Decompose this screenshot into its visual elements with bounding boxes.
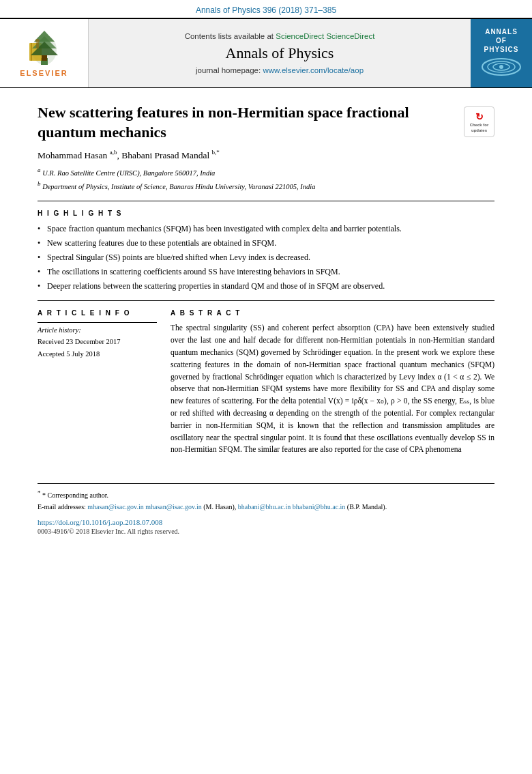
star-symbol: *: [38, 489, 41, 496]
journal-reference: Annals of Physics 396 (2018) 371–385: [0, 0, 532, 18]
svg-point-8: [35, 39, 40, 43]
affil-letter-b: b: [38, 180, 41, 187]
article-info-col: A R T I C L E I N F O Article history: R…: [38, 309, 157, 456]
affil-b: b Department of Physics, Institute of Sc…: [38, 179, 494, 192]
annals-badge: ANNALS OF PHYSICS: [478, 27, 524, 79]
svg-point-13: [499, 65, 503, 69]
sciencedirect-name[interactable]: ScienceDirect: [326, 32, 374, 40]
badge-wave-icon: [479, 57, 523, 77]
contents-text: Contents lists available at: [185, 32, 274, 40]
highlight-item: Space fraction quantum mechanics (SFQM) …: [38, 223, 494, 235]
homepage-text: journal homepage:: [196, 66, 261, 74]
author-super-a: a,b: [110, 149, 117, 156]
journal-header: ELSEVIER Contents lists available at Sci…: [0, 18, 532, 88]
email1-name: (M. Hasan),: [203, 503, 236, 511]
article-title-block: New scattering features in non-Hermitian…: [38, 103, 494, 142]
journal-ref-link[interactable]: Annals of Physics 396 (2018) 371–385: [196, 5, 336, 15]
affiliations: a U.R. Rao Satellite Centre (URSC), Bang…: [38, 165, 494, 193]
authors-line: Mohammad Hasan a,b, Bhabani Prasad Manda…: [38, 149, 494, 161]
contents-line: Contents lists available at ScienceDirec…: [185, 32, 375, 40]
doi-line: https://doi.org/10.1016/j.aop.2018.07.00…: [38, 518, 494, 526]
elsevier-wordmark: ELSEVIER: [20, 69, 68, 77]
affil-a: a U.R. Rao Satellite Centre (URSC), Bang…: [38, 165, 494, 179]
highlights-section: H I G H L I G H T S Space fraction quant…: [38, 210, 494, 292]
email2-text[interactable]: bhabani@bhu.ac.in: [293, 503, 346, 511]
history-dates: Received 23 December 2017 Accepted 5 Jul…: [38, 336, 157, 360]
copyright-line: 0003-4916/© 2018 Elsevier Inc. All right…: [38, 528, 494, 535]
email-label: E-mail addresses:: [38, 503, 86, 511]
abstract-col: A B S T R A C T The spectral singularity…: [171, 309, 494, 456]
doi-link[interactable]: https://doi.org/10.1016/j.aop.2018.07.00…: [38, 518, 162, 526]
svg-rect-3: [31, 43, 32, 61]
email-line: E-mail addresses: mhasan@isac.gov.in mha…: [38, 502, 494, 513]
journal-homepage: journal homepage: www.elsevier.com/locat…: [196, 66, 364, 74]
highlight-item: Spectral Singular (SS) points are blue/r…: [38, 251, 494, 263]
email2-name: (B.P. Mandal).: [347, 503, 387, 511]
footnote-area: * * Corresponding author. E-mail address…: [38, 483, 494, 534]
sciencedirect-link[interactable]: ScienceDirect: [276, 32, 324, 40]
received-date: Received 23 December 2017: [38, 336, 157, 348]
main-content: New scattering features in non-Hermitian…: [0, 103, 532, 535]
affil-letter-a: a: [38, 167, 41, 173]
divider-2: [38, 300, 494, 301]
annals-badge-section: ANNALS OF PHYSICS: [471, 19, 532, 87]
journal-info-center: Contents lists available at ScienceDirec…: [89, 19, 471, 87]
elsevier-tree-icon: [24, 29, 65, 67]
badge-physics: PHYSICS: [478, 45, 524, 54]
email1-link[interactable]: mhasan@isac.gov.in: [87, 503, 143, 511]
badge-of: OF: [478, 36, 524, 45]
check-updates-icon: ↻ Check for updates: [464, 111, 494, 134]
svg-rect-7: [42, 55, 47, 61]
article-title-text: New scattering features in non-Hermitian…: [38, 103, 464, 142]
article-history: Article history: Received 23 December 20…: [38, 322, 157, 360]
highlight-item: The oscillations in scattering coefficie…: [38, 266, 494, 278]
divider-1: [38, 201, 494, 201]
check-updates-badge: ↻ Check for updates: [464, 106, 494, 137]
abstract-text: The spectral singularity (SS) and cohere…: [171, 322, 494, 456]
history-title: Article history:: [38, 326, 157, 334]
corresponding-label: * Corresponding author.: [42, 492, 108, 500]
accepted-date: Accepted 5 July 2018: [38, 348, 157, 360]
homepage-link[interactable]: www.elsevier.com/locate/aop: [263, 66, 364, 74]
journal-title: Annals of Physics: [226, 44, 334, 62]
email2-link[interactable]: bhabani@bhu.ac.in: [238, 503, 291, 511]
email1-text[interactable]: mhasan@isac.gov.in: [145, 503, 201, 511]
two-col-section: A R T I C L E I N F O Article history: R…: [38, 309, 494, 456]
corresponding-author-line: * * Corresponding author.: [38, 488, 494, 501]
elsevier-logo: ELSEVIER: [20, 29, 68, 77]
svg-rect-9: [36, 43, 39, 48]
article-info-title: A R T I C L E I N F O: [38, 309, 157, 317]
highlight-item: Deeper relations between the scattering …: [38, 280, 494, 292]
highlight-item: New scattering features due to these pot…: [38, 237, 494, 249]
highlights-list: Space fraction quantum mechanics (SFQM) …: [38, 223, 494, 292]
abstract-title: A B S T R A C T: [171, 309, 494, 317]
badge-annals: ANNALS: [478, 27, 524, 36]
author-super-b: b,*: [212, 149, 220, 156]
highlights-header: H I G H L I G H T S: [38, 210, 494, 217]
elsevier-logo-section: ELSEVIER: [0, 19, 89, 87]
